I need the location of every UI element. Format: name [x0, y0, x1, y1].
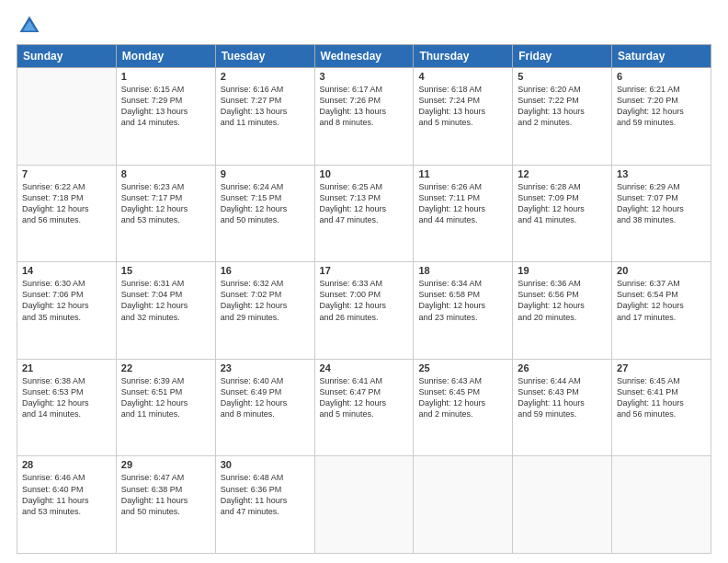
day-of-week-sunday: Sunday	[17, 45, 117, 68]
day-info: Sunrise: 6:48 AM Sunset: 6:36 PM Dayligh…	[221, 472, 310, 517]
calendar-table: SundayMondayTuesdayWednesdayThursdayFrid…	[17, 44, 711, 554]
calendar-cell: 27Sunrise: 6:45 AM Sunset: 6:41 PM Dayli…	[612, 359, 711, 456]
calendar-header-row: SundayMondayTuesdayWednesdayThursdayFrid…	[17, 45, 711, 68]
day-info: Sunrise: 6:23 AM Sunset: 7:17 PM Dayligh…	[121, 181, 210, 226]
day-info: Sunrise: 6:33 AM Sunset: 7:00 PM Dayligh…	[320, 278, 409, 323]
day-number: 2	[221, 71, 310, 82]
calendar-cell: 21Sunrise: 6:38 AM Sunset: 6:53 PM Dayli…	[17, 359, 117, 456]
day-number: 4	[418, 71, 507, 82]
calendar-week-1: 1Sunrise: 6:15 AM Sunset: 7:29 PM Daylig…	[17, 68, 711, 166]
calendar-week-5: 28Sunrise: 6:46 AM Sunset: 6:40 PM Dayli…	[17, 456, 711, 554]
logo	[17, 13, 44, 39]
day-number: 13	[617, 168, 706, 179]
day-of-week-friday: Friday	[513, 45, 612, 68]
day-number: 1	[121, 71, 210, 82]
day-number: 6	[617, 71, 706, 82]
calendar-cell: 10Sunrise: 6:25 AM Sunset: 7:13 PM Dayli…	[314, 165, 414, 262]
day-number: 10	[320, 168, 409, 179]
day-number: 9	[221, 168, 310, 179]
calendar-cell: 8Sunrise: 6:23 AM Sunset: 7:17 PM Daylig…	[116, 165, 215, 262]
day-number: 16	[221, 265, 310, 276]
day-info: Sunrise: 6:44 AM Sunset: 6:43 PM Dayligh…	[518, 375, 607, 420]
logo-icon	[17, 13, 42, 39]
day-info: Sunrise: 6:41 AM Sunset: 6:47 PM Dayligh…	[320, 375, 409, 420]
day-number: 28	[22, 459, 111, 470]
calendar-cell: 7Sunrise: 6:22 AM Sunset: 7:18 PM Daylig…	[17, 165, 117, 262]
calendar-cell: 29Sunrise: 6:47 AM Sunset: 6:38 PM Dayli…	[116, 456, 215, 554]
day-of-week-saturday: Saturday	[612, 45, 711, 68]
day-info: Sunrise: 6:34 AM Sunset: 6:58 PM Dayligh…	[418, 278, 507, 323]
day-info: Sunrise: 6:22 AM Sunset: 7:18 PM Dayligh…	[22, 181, 111, 226]
calendar-cell: 20Sunrise: 6:37 AM Sunset: 6:54 PM Dayli…	[612, 262, 711, 360]
day-number: 26	[518, 362, 607, 373]
day-info: Sunrise: 6:31 AM Sunset: 7:04 PM Dayligh…	[121, 278, 210, 323]
calendar-cell: 6Sunrise: 6:21 AM Sunset: 7:20 PM Daylig…	[612, 68, 711, 166]
day-info: Sunrise: 6:20 AM Sunset: 7:22 PM Dayligh…	[518, 84, 607, 129]
calendar-cell: 22Sunrise: 6:39 AM Sunset: 6:51 PM Dayli…	[116, 359, 215, 456]
day-of-week-monday: Monday	[116, 45, 215, 68]
calendar-cell: 5Sunrise: 6:20 AM Sunset: 7:22 PM Daylig…	[513, 68, 612, 166]
day-number: 24	[320, 362, 409, 373]
day-number: 27	[617, 362, 706, 373]
day-number: 18	[418, 265, 507, 276]
day-number: 20	[617, 265, 706, 276]
page: SundayMondayTuesdayWednesdayThursdayFrid…	[0, 0, 728, 563]
day-info: Sunrise: 6:24 AM Sunset: 7:15 PM Dayligh…	[221, 181, 310, 226]
day-info: Sunrise: 6:17 AM Sunset: 7:26 PM Dayligh…	[320, 84, 409, 129]
day-info: Sunrise: 6:40 AM Sunset: 6:49 PM Dayligh…	[221, 375, 310, 420]
calendar-week-2: 7Sunrise: 6:22 AM Sunset: 7:18 PM Daylig…	[17, 165, 711, 262]
day-info: Sunrise: 6:38 AM Sunset: 6:53 PM Dayligh…	[22, 375, 111, 420]
day-info: Sunrise: 6:36 AM Sunset: 6:56 PM Dayligh…	[518, 278, 607, 323]
calendar-cell: 15Sunrise: 6:31 AM Sunset: 7:04 PM Dayli…	[116, 262, 215, 360]
day-info: Sunrise: 6:15 AM Sunset: 7:29 PM Dayligh…	[121, 84, 210, 129]
day-info: Sunrise: 6:25 AM Sunset: 7:13 PM Dayligh…	[320, 181, 409, 226]
day-number: 29	[121, 459, 210, 470]
header	[17, 9, 711, 39]
day-number: 21	[22, 362, 111, 373]
calendar-cell: 12Sunrise: 6:28 AM Sunset: 7:09 PM Dayli…	[513, 165, 612, 262]
day-number: 7	[22, 168, 111, 179]
day-info: Sunrise: 6:37 AM Sunset: 6:54 PM Dayligh…	[617, 278, 706, 323]
day-number: 15	[121, 265, 210, 276]
day-number: 14	[22, 265, 111, 276]
day-info: Sunrise: 6:18 AM Sunset: 7:24 PM Dayligh…	[418, 84, 507, 129]
day-info: Sunrise: 6:32 AM Sunset: 7:02 PM Dayligh…	[221, 278, 310, 323]
day-of-week-tuesday: Tuesday	[215, 45, 314, 68]
calendar-cell: 9Sunrise: 6:24 AM Sunset: 7:15 PM Daylig…	[215, 165, 314, 262]
day-of-week-thursday: Thursday	[414, 45, 513, 68]
calendar-cell: 19Sunrise: 6:36 AM Sunset: 6:56 PM Dayli…	[513, 262, 612, 360]
calendar-cell: 30Sunrise: 6:48 AM Sunset: 6:36 PM Dayli…	[215, 456, 314, 554]
day-info: Sunrise: 6:16 AM Sunset: 7:27 PM Dayligh…	[221, 84, 310, 129]
calendar-week-3: 14Sunrise: 6:30 AM Sunset: 7:06 PM Dayli…	[17, 262, 711, 360]
day-number: 12	[518, 168, 607, 179]
day-number: 30	[221, 459, 310, 470]
day-info: Sunrise: 6:28 AM Sunset: 7:09 PM Dayligh…	[518, 181, 607, 226]
day-info: Sunrise: 6:45 AM Sunset: 6:41 PM Dayligh…	[617, 375, 706, 420]
calendar-cell: 1Sunrise: 6:15 AM Sunset: 7:29 PM Daylig…	[116, 68, 215, 166]
calendar-cell	[513, 456, 612, 554]
day-number: 11	[418, 168, 507, 179]
calendar-cell: 23Sunrise: 6:40 AM Sunset: 6:49 PM Dayli…	[215, 359, 314, 456]
calendar-cell: 2Sunrise: 6:16 AM Sunset: 7:27 PM Daylig…	[215, 68, 314, 166]
day-info: Sunrise: 6:47 AM Sunset: 6:38 PM Dayligh…	[121, 472, 210, 517]
day-number: 19	[518, 265, 607, 276]
day-info: Sunrise: 6:26 AM Sunset: 7:11 PM Dayligh…	[418, 181, 507, 226]
calendar-cell: 17Sunrise: 6:33 AM Sunset: 7:00 PM Dayli…	[314, 262, 414, 360]
calendar-cell: 24Sunrise: 6:41 AM Sunset: 6:47 PM Dayli…	[314, 359, 414, 456]
calendar-cell: 11Sunrise: 6:26 AM Sunset: 7:11 PM Dayli…	[414, 165, 513, 262]
day-number: 8	[121, 168, 210, 179]
day-number: 25	[418, 362, 507, 373]
calendar-cell	[314, 456, 414, 554]
calendar-week-4: 21Sunrise: 6:38 AM Sunset: 6:53 PM Dayli…	[17, 359, 711, 456]
calendar-cell: 25Sunrise: 6:43 AM Sunset: 6:45 PM Dayli…	[414, 359, 513, 456]
day-number: 5	[518, 71, 607, 82]
calendar-cell: 14Sunrise: 6:30 AM Sunset: 7:06 PM Dayli…	[17, 262, 117, 360]
day-info: Sunrise: 6:43 AM Sunset: 6:45 PM Dayligh…	[418, 375, 507, 420]
calendar-cell: 18Sunrise: 6:34 AM Sunset: 6:58 PM Dayli…	[414, 262, 513, 360]
calendar-cell: 3Sunrise: 6:17 AM Sunset: 7:26 PM Daylig…	[314, 68, 414, 166]
calendar-cell: 16Sunrise: 6:32 AM Sunset: 7:02 PM Dayli…	[215, 262, 314, 360]
day-number: 22	[121, 362, 210, 373]
calendar-cell: 13Sunrise: 6:29 AM Sunset: 7:07 PM Dayli…	[612, 165, 711, 262]
calendar-cell: 28Sunrise: 6:46 AM Sunset: 6:40 PM Dayli…	[17, 456, 117, 554]
calendar-cell: 4Sunrise: 6:18 AM Sunset: 7:24 PM Daylig…	[414, 68, 513, 166]
